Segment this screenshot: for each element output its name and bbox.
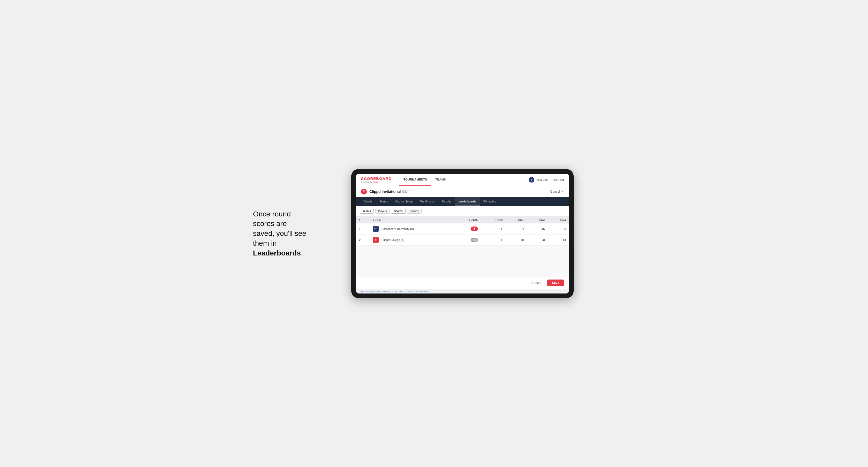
score-badge-1: -5 xyxy=(471,226,478,231)
leaderboard-table: # TEAM TOTAL THRU RD1 RD2 RD3 1 SU xyxy=(356,216,569,246)
filter-scores-button[interactable]: Scores xyxy=(391,209,405,214)
close-icon[interactable]: ✕ xyxy=(561,190,564,193)
tablet-screen: SCOREBOARD Powered by clippd TOURNAMENTS… xyxy=(356,174,569,293)
cancel-button[interactable]: Cancel xyxy=(528,280,545,286)
filter-players-button[interactable]: Players xyxy=(375,209,390,214)
team-logo-1: SU xyxy=(373,226,379,232)
tournament-icon: C xyxy=(361,189,367,194)
pipe-divider: | xyxy=(551,178,551,181)
tablet-device: SCOREBOARD Powered by clippd TOURNAMENTS… xyxy=(351,169,574,298)
col-total: TOTAL xyxy=(454,216,481,223)
modal-footer: Cancel Save xyxy=(356,277,569,289)
rank-1: 1 xyxy=(356,223,370,235)
team-logo-2: C xyxy=(373,237,379,243)
filter-bar: Teams Players Scores Strokes xyxy=(356,206,569,216)
user-avatar: S xyxy=(529,177,534,183)
col-team: TEAM xyxy=(370,216,454,223)
cancel-label: Cancel xyxy=(550,190,560,193)
total-2: +3 xyxy=(454,234,481,245)
thru-1: F xyxy=(481,223,506,235)
url-text: https://stage-blue-coach.stagescoreboard… xyxy=(360,290,428,292)
empty-content-area xyxy=(356,246,569,277)
table-row[interactable]: 2 C Clippd College [A] +3 F +8 -8 +3 xyxy=(356,234,569,245)
team-cell-2: C Clippd College [A] xyxy=(370,234,454,245)
team-name-2: Clippd College [A] xyxy=(381,239,404,242)
team-cell-1: SU Scoreboard University [A] xyxy=(370,223,454,235)
table-header: # TEAM TOTAL THRU RD1 RD2 RD3 xyxy=(356,216,569,223)
tournament-name: Clippd Invitational xyxy=(369,190,401,194)
rd3-2: +3 xyxy=(548,234,569,245)
cancel-top-button[interactable]: Cancel ✕ xyxy=(550,190,564,193)
powered-by: Powered by clippd xyxy=(361,181,392,183)
tab-results[interactable]: Results xyxy=(438,197,455,206)
filter-teams-button[interactable]: Teams xyxy=(360,209,374,214)
score-badge-2: +3 xyxy=(471,238,478,242)
table-body: 1 SU Scoreboard University [A] -5 F -4 +… xyxy=(356,223,569,246)
col-rd3: RD3 xyxy=(548,216,569,223)
left-description: Once round scores are saved, you'll see … xyxy=(253,209,336,258)
col-rd1: RD1 xyxy=(506,216,527,223)
rd2-2: -8 xyxy=(527,234,548,245)
filter-strokes-button[interactable]: Strokes xyxy=(407,209,422,214)
tab-course-setup[interactable]: Course Setup xyxy=(392,197,416,206)
user-name: Test User xyxy=(536,178,548,181)
rd2-1: +5 xyxy=(527,223,548,235)
logo-suffix: BOARD xyxy=(376,176,392,181)
tournament-header: C Clippd Invitational (Men) Cancel ✕ xyxy=(356,186,569,197)
rank-2: 2 xyxy=(356,234,370,245)
nav-teams[interactable]: TEAMS xyxy=(431,174,450,186)
save-button[interactable]: Save xyxy=(547,280,564,286)
total-1: -5 xyxy=(454,223,481,235)
rd1-2: +8 xyxy=(506,234,527,245)
tab-teams[interactable]: Teams xyxy=(376,197,392,206)
tab-tee-groups[interactable]: Tee Groups xyxy=(416,197,438,206)
tab-printables[interactable]: Printables xyxy=(480,197,500,206)
rd1-1: -4 xyxy=(506,223,527,235)
nav-right: S Test User | Sign out xyxy=(529,177,564,183)
nav-tournaments[interactable]: TOURNAMENTS xyxy=(399,174,431,186)
top-navigation: SCOREBOARD Powered by clippd TOURNAMENTS… xyxy=(356,174,569,186)
thru-2: F xyxy=(481,234,506,245)
brand-name: clippd xyxy=(372,181,378,183)
tab-details[interactable]: Details xyxy=(360,197,376,206)
logo-accent: SCORE xyxy=(361,176,376,181)
tournament-type: (Men) xyxy=(402,190,410,193)
logo: SCOREBOARD Powered by clippd xyxy=(361,176,392,183)
team-name-1: Scoreboard University [A] xyxy=(381,227,414,230)
logo-text: SCOREBOARD xyxy=(361,176,392,181)
tab-leaderboards[interactable]: Leaderboards xyxy=(455,197,480,206)
nav-links: TOURNAMENTS TEAMS xyxy=(399,174,529,186)
col-rd2: RD2 xyxy=(527,216,548,223)
url-bar: https://stage-blue-coach.stagescoreboard… xyxy=(356,289,569,293)
sub-navigation: Details Teams Course Setup Tee Groups Re… xyxy=(356,197,569,206)
table-row[interactable]: 1 SU Scoreboard University [A] -5 F -4 +… xyxy=(356,223,569,235)
sign-out-link[interactable]: Sign out xyxy=(554,178,564,181)
col-rank: # xyxy=(356,216,370,223)
rd3-1: -6 xyxy=(548,223,569,235)
col-thru: THRU xyxy=(481,216,506,223)
